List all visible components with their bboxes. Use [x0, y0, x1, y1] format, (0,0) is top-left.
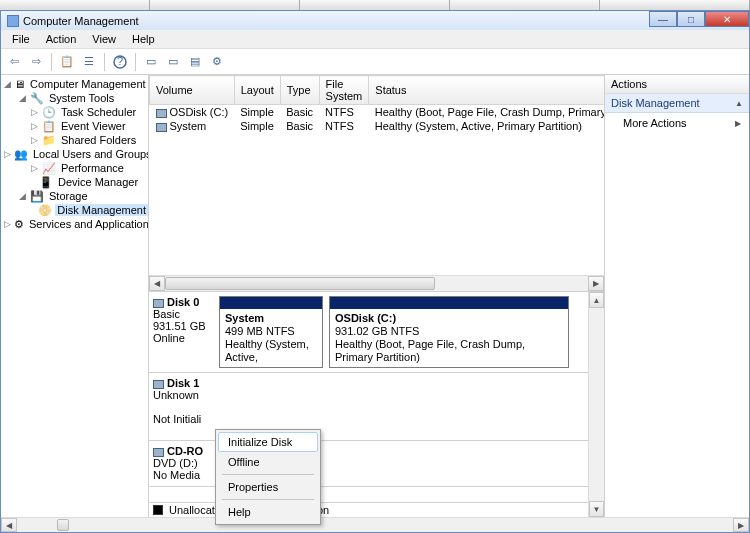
actions-section-disk-management[interactable]: Disk Management ▲ [605, 94, 749, 113]
legend-swatch-unallocated [153, 505, 163, 515]
scroll-left-button[interactable]: ◀ [1, 518, 17, 532]
tree-performance[interactable]: ▷📈Performance [1, 161, 148, 175]
chevron-right-icon[interactable]: ▷ [30, 108, 39, 117]
menu-file[interactable]: File [5, 31, 37, 47]
device-icon: 📱 [39, 176, 53, 188]
tree-task-scheduler[interactable]: ▷🕒Task Scheduler [1, 105, 148, 119]
menu-separator [222, 499, 314, 500]
partition-osdisk[interactable]: OSDisk (C:) 931.02 GB NTFS Healthy (Boot… [329, 296, 569, 368]
col-status[interactable]: Status [369, 76, 604, 105]
disk-icon [153, 299, 164, 308]
settings-button[interactable]: ⚙ [208, 53, 226, 71]
actions-pane: Actions Disk Management ▲ More Actions ▶ [605, 75, 749, 517]
menu-offline[interactable]: Offline [218, 452, 318, 472]
scroll-right-button[interactable]: ▶ [733, 518, 749, 532]
tree-event-viewer[interactable]: ▷📋Event Viewer [1, 119, 148, 133]
volume-icon [156, 109, 167, 118]
users-icon: 👥 [14, 148, 28, 160]
menu-initialize-disk[interactable]: Initialize Disk [218, 432, 318, 452]
chevron-down-icon[interactable]: ◢ [4, 80, 11, 89]
menu-action[interactable]: Action [39, 31, 84, 47]
cdrom-icon [153, 448, 164, 457]
volume-icon [156, 123, 167, 132]
actions-header: Actions [605, 75, 749, 94]
event-icon: 📋 [42, 120, 56, 132]
volume-hscrollbar[interactable]: ◀ ▶ [149, 275, 604, 291]
view-bottom-button[interactable]: ▭ [164, 53, 182, 71]
disk-icon: 📀 [38, 204, 52, 216]
col-volume[interactable]: Volume [150, 76, 235, 105]
disk-0-row[interactable]: Disk 0 Basic 931.51 GB Online System [149, 292, 588, 373]
tree-local-users[interactable]: ▷👥Local Users and Groups [1, 147, 148, 161]
perf-icon: 📈 [42, 162, 56, 174]
menu-bar: File Action View Help [1, 30, 749, 49]
menu-help[interactable]: Help [125, 31, 162, 47]
tree-storage[interactable]: ◢💾Storage [1, 189, 148, 203]
scroll-right-button[interactable]: ▶ [588, 276, 604, 291]
folder-icon: 📁 [42, 134, 56, 146]
scroll-down-button[interactable]: ▼ [589, 501, 604, 517]
close-button[interactable]: ✕ [705, 11, 749, 27]
actions-more-actions[interactable]: More Actions ▶ [605, 113, 749, 133]
minimize-button[interactable]: — [649, 11, 677, 27]
scroll-thumb[interactable] [165, 277, 435, 290]
help-button[interactable]: ? [111, 53, 129, 71]
tree-root[interactable]: ◢🖥Computer Management (Local [1, 77, 148, 91]
col-type[interactable]: Type [280, 76, 319, 105]
disk-context-menu: Initialize Disk Offline Properties Help [215, 429, 321, 525]
scroll-up-button[interactable]: ▲ [589, 292, 604, 308]
scroll-thumb[interactable] [57, 519, 69, 531]
submenu-icon: ▶ [735, 119, 741, 128]
tree-services[interactable]: ▷⚙Services and Applications [1, 217, 148, 231]
menu-properties[interactable]: Properties [218, 477, 318, 497]
menu-help[interactable]: Help [218, 502, 318, 522]
title-bar[interactable]: Computer Management — □ ✕ [1, 11, 749, 30]
window-hscrollbar[interactable]: ◀ ▶ [1, 517, 749, 532]
forward-button[interactable]: ⇨ [27, 53, 45, 71]
view-top-button[interactable]: ▭ [142, 53, 160, 71]
computer-icon: 🖥 [14, 78, 25, 90]
properties-button[interactable]: ☰ [80, 53, 98, 71]
browser-tabstrip [0, 0, 750, 10]
view-both-button[interactable]: ▤ [186, 53, 204, 71]
window-title: Computer Management [23, 15, 139, 27]
chevron-right-icon[interactable]: ▷ [30, 164, 39, 173]
services-icon: ⚙ [14, 218, 24, 230]
chevron-right-icon[interactable]: ▷ [30, 122, 39, 131]
back-button[interactable]: ⇦ [5, 53, 23, 71]
tools-icon: 🔧 [30, 92, 44, 104]
menu-separator [222, 474, 314, 475]
chevron-right-icon[interactable]: ▷ [4, 220, 11, 229]
chevron-right-icon[interactable]: ▷ [30, 136, 39, 145]
tree-disk-management[interactable]: 📀Disk Management [1, 203, 148, 217]
tree-shared-folders[interactable]: ▷📁Shared Folders [1, 133, 148, 147]
toolbar: ⇦ ⇨ 📋 ☰ ? ▭ ▭ ▤ ⚙ [1, 49, 749, 75]
volume-row[interactable]: OSDisk (C:) Simple Basic NTFS Healthy (B… [150, 105, 605, 120]
disk-icon [153, 380, 164, 389]
app-icon [7, 15, 19, 27]
disk-vscrollbar[interactable]: ▲ ▼ [588, 292, 604, 517]
chevron-down-icon[interactable]: ◢ [18, 192, 27, 201]
clock-icon: 🕒 [42, 106, 56, 118]
col-layout[interactable]: Layout [234, 76, 280, 105]
col-fs[interactable]: File System [319, 76, 369, 105]
volume-row[interactable]: System Simple Basic NTFS Healthy (System… [150, 119, 605, 133]
up-button[interactable]: 📋 [58, 53, 76, 71]
tree-device-manager[interactable]: 📱Device Manager [1, 175, 148, 189]
navigation-tree[interactable]: ◢🖥Computer Management (Local ◢🔧System To… [1, 75, 149, 517]
svg-text:?: ? [117, 55, 123, 67]
volume-list[interactable]: Volume Layout Type File System Status Ca… [149, 75, 604, 291]
chevron-down-icon[interactable]: ◢ [18, 94, 27, 103]
collapse-icon: ▲ [735, 99, 743, 108]
tree-system-tools[interactable]: ◢🔧System Tools [1, 91, 148, 105]
chevron-right-icon[interactable]: ▷ [4, 150, 11, 159]
computer-management-window: Computer Management — □ ✕ File Action Vi… [0, 10, 750, 533]
scroll-left-button[interactable]: ◀ [149, 276, 165, 291]
partition-system[interactable]: System 499 MB NTFS Healthy (System, Acti… [219, 296, 323, 368]
maximize-button[interactable]: □ [677, 11, 705, 27]
storage-icon: 💾 [30, 190, 44, 202]
menu-view[interactable]: View [85, 31, 123, 47]
column-headers[interactable]: Volume Layout Type File System Status Ca… [150, 76, 605, 105]
